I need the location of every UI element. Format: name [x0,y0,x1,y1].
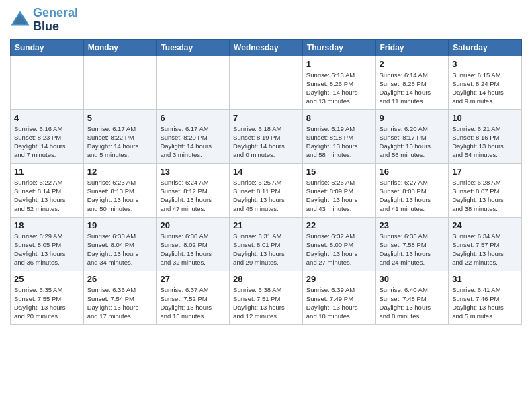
calendar-cell: 22Sunrise: 6:32 AM Sunset: 8:00 PM Dayli… [302,217,375,271]
day-info: Sunrise: 6:40 AM Sunset: 7:48 PM Dayligh… [380,285,445,321]
day-info: Sunrise: 6:18 AM Sunset: 8:19 PM Dayligh… [233,124,299,160]
day-info: Sunrise: 6:20 AM Sunset: 8:17 PM Dayligh… [380,124,445,160]
day-info: Sunrise: 6:36 AM Sunset: 7:54 PM Dayligh… [87,285,153,321]
day-number: 26 [87,274,153,284]
day-number: 16 [380,167,445,177]
calendar-cell: 8Sunrise: 6:19 AM Sunset: 8:18 PM Daylig… [302,109,375,163]
day-number: 25 [14,274,80,284]
calendar-cell: 15Sunrise: 6:26 AM Sunset: 8:09 PM Dayli… [302,163,375,217]
day-info: Sunrise: 6:22 AM Sunset: 8:14 PM Dayligh… [14,178,80,214]
calendar-cell: 11Sunrise: 6:22 AM Sunset: 8:14 PM Dayli… [11,163,84,217]
day-number: 18 [14,220,80,230]
calendar-week-row: 25Sunrise: 6:35 AM Sunset: 7:55 PM Dayli… [11,271,522,324]
weekday-header: Friday [375,39,449,56]
day-number: 4 [14,113,80,123]
weekday-header: Monday [83,39,157,56]
day-number: 13 [160,167,226,177]
calendar-cell [11,56,84,109]
day-info: Sunrise: 6:21 AM Sunset: 8:16 PM Dayligh… [452,124,518,160]
weekday-header: Saturday [449,39,522,56]
calendar-cell: 28Sunrise: 6:38 AM Sunset: 7:51 PM Dayli… [230,271,303,324]
day-info: Sunrise: 6:39 AM Sunset: 7:49 PM Dayligh… [306,285,372,321]
calendar-week-row: 1Sunrise: 6:13 AM Sunset: 8:26 PM Daylig… [11,56,522,109]
day-info: Sunrise: 6:32 AM Sunset: 8:00 PM Dayligh… [306,232,372,267]
day-info: Sunrise: 6:13 AM Sunset: 8:26 PM Dayligh… [306,71,372,106]
day-info: Sunrise: 6:37 AM Sunset: 7:52 PM Dayligh… [160,285,226,321]
day-number: 23 [380,220,445,230]
calendar-cell: 20Sunrise: 6:30 AM Sunset: 8:02 PM Dayli… [157,217,230,271]
day-info: Sunrise: 6:30 AM Sunset: 8:04 PM Dayligh… [87,232,153,267]
calendar-body: 1Sunrise: 6:13 AM Sunset: 8:26 PM Daylig… [11,56,522,324]
calendar-cell: 13Sunrise: 6:24 AM Sunset: 8:12 PM Dayli… [157,163,230,217]
day-info: Sunrise: 6:16 AM Sunset: 8:23 PM Dayligh… [14,124,80,160]
day-info: Sunrise: 6:24 AM Sunset: 8:12 PM Dayligh… [160,178,226,214]
logo: General Blue [10,7,78,34]
day-number: 7 [233,113,299,123]
day-info: Sunrise: 6:25 AM Sunset: 8:11 PM Dayligh… [233,178,299,214]
calendar-cell: 29Sunrise: 6:39 AM Sunset: 7:49 PM Dayli… [302,271,375,324]
day-info: Sunrise: 6:33 AM Sunset: 7:58 PM Dayligh… [380,232,445,267]
day-number: 31 [452,274,518,284]
day-info: Sunrise: 6:29 AM Sunset: 8:05 PM Dayligh… [14,232,80,267]
day-number: 20 [160,220,226,230]
calendar-cell: 1Sunrise: 6:13 AM Sunset: 8:26 PM Daylig… [302,56,375,109]
day-info: Sunrise: 6:30 AM Sunset: 8:02 PM Dayligh… [160,232,226,267]
day-info: Sunrise: 6:31 AM Sunset: 8:01 PM Dayligh… [233,232,299,267]
weekday-header: Wednesday [230,39,303,56]
calendar-cell: 17Sunrise: 6:28 AM Sunset: 8:07 PM Dayli… [449,163,522,217]
page-header: General Blue [10,7,522,34]
day-number: 1 [306,59,372,69]
day-number: 22 [306,220,372,230]
calendar-week-row: 4Sunrise: 6:16 AM Sunset: 8:23 PM Daylig… [11,109,522,163]
weekday-header: Tuesday [157,39,230,56]
calendar-cell: 14Sunrise: 6:25 AM Sunset: 8:11 PM Dayli… [230,163,303,217]
calendar-cell: 23Sunrise: 6:33 AM Sunset: 7:58 PM Dayli… [375,217,449,271]
calendar-cell: 16Sunrise: 6:27 AM Sunset: 8:08 PM Dayli… [375,163,449,217]
day-number: 11 [14,167,80,177]
day-number: 17 [452,167,518,177]
day-number: 19 [87,220,153,230]
day-number: 29 [306,274,372,284]
day-info: Sunrise: 6:19 AM Sunset: 8:18 PM Dayligh… [306,124,372,160]
day-number: 30 [380,274,445,284]
calendar-cell: 24Sunrise: 6:34 AM Sunset: 7:57 PM Dayli… [449,217,522,271]
logo-icon [10,10,30,30]
day-number: 5 [87,113,153,123]
day-number: 6 [160,113,226,123]
day-number: 27 [160,274,226,284]
day-number: 3 [452,59,518,69]
day-number: 14 [233,167,299,177]
calendar-cell: 6Sunrise: 6:17 AM Sunset: 8:20 PM Daylig… [157,109,230,163]
calendar-cell: 30Sunrise: 6:40 AM Sunset: 7:48 PM Dayli… [375,271,449,324]
day-info: Sunrise: 6:27 AM Sunset: 8:08 PM Dayligh… [380,178,445,214]
calendar-cell [157,56,230,109]
day-number: 28 [233,274,299,284]
day-info: Sunrise: 6:34 AM Sunset: 7:57 PM Dayligh… [452,232,518,267]
calendar-cell: 10Sunrise: 6:21 AM Sunset: 8:16 PM Dayli… [449,109,522,163]
calendar-week-row: 11Sunrise: 6:22 AM Sunset: 8:14 PM Dayli… [11,163,522,217]
day-info: Sunrise: 6:41 AM Sunset: 7:46 PM Dayligh… [452,285,518,321]
calendar-header: SundayMondayTuesdayWednesdayThursdayFrid… [11,39,522,56]
calendar-cell: 4Sunrise: 6:16 AM Sunset: 8:23 PM Daylig… [11,109,84,163]
day-info: Sunrise: 6:26 AM Sunset: 8:09 PM Dayligh… [306,178,372,214]
calendar-cell [83,56,157,109]
calendar-cell: 19Sunrise: 6:30 AM Sunset: 8:04 PM Dayli… [83,217,157,271]
calendar-cell: 9Sunrise: 6:20 AM Sunset: 8:17 PM Daylig… [375,109,449,163]
day-number: 2 [380,59,445,69]
day-number: 21 [233,220,299,230]
calendar-cell: 31Sunrise: 6:41 AM Sunset: 7:46 PM Dayli… [449,271,522,324]
calendar-cell: 12Sunrise: 6:23 AM Sunset: 8:13 PM Dayli… [83,163,157,217]
calendar-table: SundayMondayTuesdayWednesdayThursdayFrid… [10,39,522,325]
day-info: Sunrise: 6:15 AM Sunset: 8:24 PM Dayligh… [452,71,518,106]
day-info: Sunrise: 6:28 AM Sunset: 8:07 PM Dayligh… [452,178,518,214]
day-number: 10 [452,113,518,123]
calendar-cell: 25Sunrise: 6:35 AM Sunset: 7:55 PM Dayli… [11,271,84,324]
day-number: 12 [87,167,153,177]
calendar-cell: 27Sunrise: 6:37 AM Sunset: 7:52 PM Dayli… [157,271,230,324]
calendar-cell: 21Sunrise: 6:31 AM Sunset: 8:01 PM Dayli… [230,217,303,271]
day-info: Sunrise: 6:35 AM Sunset: 7:55 PM Dayligh… [14,285,80,321]
calendar-cell: 26Sunrise: 6:36 AM Sunset: 7:54 PM Dayli… [83,271,157,324]
calendar-week-row: 18Sunrise: 6:29 AM Sunset: 8:05 PM Dayli… [11,217,522,271]
day-info: Sunrise: 6:14 AM Sunset: 8:25 PM Dayligh… [380,71,445,106]
day-number: 8 [306,113,372,123]
